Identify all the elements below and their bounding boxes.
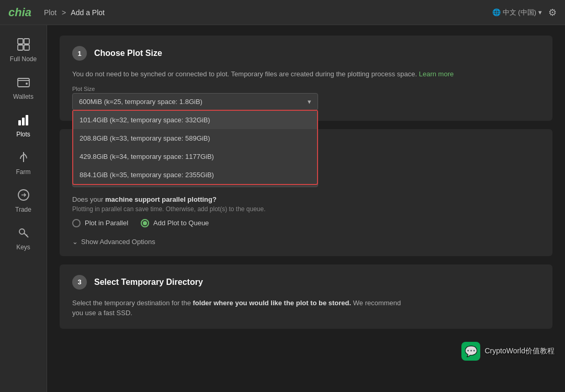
breadcrumb-root[interactable]: Plot [44,8,56,17]
section-3-description: Select the temporary destination for the… [72,298,540,318]
svg-rect-6 [18,120,21,125]
main-layout: Full Node Wallets Plots [0,25,565,392]
top-bar-right: 🌐 中文 (中国) ▾ ⚙ [492,7,557,18]
dropdown-item-k34[interactable]: 429.8GiB (k=34, temporary space: 1177GiB… [73,147,317,166]
advanced-toggle-label: Show Advanced Options [81,238,155,246]
translate-icon: 🌐 [492,8,501,16]
section-1-number: 1 [72,46,87,61]
farm-icon [17,151,30,166]
logo: chia [8,6,31,19]
lang-label: 中文 (中国) [503,8,536,17]
wechat-icon: 💬 [461,342,480,361]
advanced-toggle[interactable]: ⌄ Show Advanced Options [72,238,540,246]
sidebar-item-label-wallets: Wallets [13,93,33,100]
radio-label-parallel: Plot in Parallel [85,219,128,227]
radio-circle-queue [141,219,149,227]
sidebar-item-label-trade: Trade [15,206,31,213]
sidebar-item-label-full-node: Full Node [10,55,37,63]
watermark: 💬 CryptoWorld价值教程 [461,342,555,361]
sidebar: Full Node Wallets Plots [0,25,47,392]
sidebar-item-full-node[interactable]: Full Node [0,31,47,69]
radio-plot-parallel[interactable]: Plot in Parallel [72,219,128,227]
chevron-down-icon: ⌄ [72,238,78,246]
dropdown-item-k32[interactable]: 101.4GiB (k=32, temporary space: 332GiB) [73,111,317,129]
section-1-description: You do not need to be synched or connect… [72,69,540,79]
section-3-number: 3 [72,275,87,290]
section-1-title: Choose Plot Size [94,49,162,58]
svg-point-5 [26,83,28,85]
plots-icon [17,113,30,129]
breadcrumb: Plot > Add a Plot [44,8,492,17]
breadcrumb-current: Add a Plot [71,8,105,17]
parallel-sub: Plotting in parallel can save time. Othe… [72,205,540,213]
plot-size-label: Plot Size [72,86,540,92]
section-3: 3 Select Temporary Directory Select the … [60,264,552,329]
svg-rect-4 [18,78,29,87]
sidebar-item-keys[interactable]: Keys [0,220,47,257]
settings-icon[interactable]: ⚙ [548,7,557,18]
sidebar-item-plots[interactable]: Plots [0,107,47,144]
dropdown-arrow-icon: ▾ [308,98,311,106]
section-1: 1 Choose Plot Size You do not need to be… [60,36,552,121]
breadcrumb-sep: > [62,8,66,17]
main-content: 1 Choose Plot Size You do not need to be… [47,25,565,392]
plot-size-dropdown-wrapper: Plot Size 600MiB (k=25, temporary space:… [72,86,540,110]
plot-size-dropdown-menu: 101.4GiB (k=32, temporary space: 332GiB)… [72,110,318,185]
keys-icon [17,226,30,241]
section-3-header: 3 Select Temporary Directory [72,275,540,290]
radio-label-queue: Add Plot to Queue [153,219,209,227]
sidebar-item-farm[interactable]: Farm [0,144,47,182]
wallets-icon [17,75,30,91]
parallel-question: Does your machine support parallel plott… [72,195,540,203]
dropdown-item-k33[interactable]: 208.8GiB (k=33, temporary space: 589GiB) [73,129,317,147]
sidebar-item-trade[interactable]: Trade [0,182,47,220]
sidebar-item-wallets[interactable]: Wallets [0,69,47,107]
sidebar-item-label-farm: Farm [16,168,31,176]
svg-rect-7 [22,118,25,125]
top-bar: chia Plot > Add a Plot 🌐 中文 (中国) ▾ ⚙ [0,0,565,25]
svg-rect-8 [26,115,28,125]
full-node-icon [17,38,30,53]
language-selector[interactable]: 🌐 中文 (中国) ▾ [492,8,542,17]
plot-size-current-value: 600MiB (k=25, temporary space: 1.8GiB) [79,98,202,106]
svg-rect-0 [18,39,23,44]
radio-circle-parallel [72,219,81,227]
radio-add-queue[interactable]: Add Plot to Queue [141,219,209,227]
section-3-title: Select Temporary Directory [94,278,203,287]
watermark-text: CryptoWorld价值教程 [484,347,555,356]
dropdown-item-k35[interactable]: 884.1GiB (k=35, temporary space: 2355GiB… [73,166,317,184]
learn-more-link[interactable]: Learn more [419,70,454,78]
radio-group: Plot in Parallel Add Plot to Queue [72,219,540,227]
svg-rect-3 [24,45,29,50]
radio-dot-queue [143,221,147,225]
sidebar-item-label-plots: Plots [16,131,30,138]
svg-rect-2 [18,45,23,50]
sidebar-item-label-keys: Keys [16,244,30,251]
svg-rect-1 [24,39,29,44]
section-1-header: 1 Choose Plot Size [72,46,540,61]
chevron-down-icon: ▾ [538,8,542,16]
plot-size-dropdown[interactable]: 600MiB (k=25, temporary space: 1.8GiB) ▾ [72,93,318,110]
trade-icon [17,188,30,204]
